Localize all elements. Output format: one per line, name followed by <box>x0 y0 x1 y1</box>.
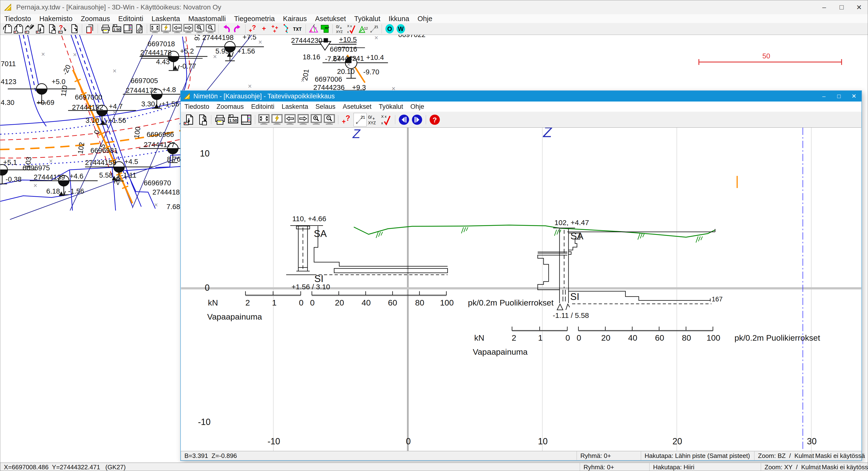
save-file-button[interactable] <box>183 113 196 126</box>
save-query-button[interactable]: ? <box>57 24 69 34</box>
open-hatch-icon <box>25 24 34 34</box>
view-prev-button[interactable] <box>271 113 283 126</box>
circle-o-button[interactable]: O <box>384 24 395 34</box>
section-status-method[interactable]: Hakutapa: Lähin piste (Samat pisteet) <box>641 451 754 460</box>
points-add-button[interactable]: +++ <box>270 24 281 34</box>
copy-doc-button[interactable] <box>84 24 95 34</box>
section-status-mask[interactable]: Maski ei käytössä <box>811 451 862 460</box>
map-label: +1.56 <box>108 117 126 124</box>
redo-button[interactable] <box>232 24 243 34</box>
view-prev-button[interactable] <box>160 24 172 34</box>
xyz-calc-button[interactable]: 0/+XYZ <box>367 113 380 126</box>
section-minimize-button[interactable]: – <box>816 91 831 101</box>
zoom-in-button[interactable] <box>310 113 323 126</box>
main-maximize-button[interactable]: □ <box>833 0 850 14</box>
save-file-button[interactable] <box>35 24 46 34</box>
map-label: +4.5 <box>124 158 138 165</box>
map-label: +10.5 <box>339 36 357 43</box>
point-add-button[interactable]: + <box>259 24 270 34</box>
zoom-out-button[interactable] <box>205 24 216 34</box>
view-forward-button[interactable] <box>183 24 194 34</box>
main-menubar: TiedostoHakemistoZoomausEditointiLaskent… <box>0 14 868 23</box>
main-status-method[interactable]: Hakutapa: Hiiri <box>649 463 761 471</box>
zoom-in-button[interactable] <box>194 24 205 34</box>
help-button[interactable]: ? <box>428 113 441 126</box>
main-minimize-button[interactable]: – <box>815 0 833 14</box>
main-menu-editointi[interactable]: Editointi <box>114 15 147 23</box>
view-all-button[interactable] <box>257 113 271 126</box>
check-points-button[interactable]: X xx <box>380 113 393 126</box>
section-status-group[interactable]: Ryhmä: 0+ <box>577 451 641 460</box>
point-query-button[interactable]: +? <box>340 113 353 126</box>
text-tool-icon: TXT <box>293 24 303 34</box>
section-maximize-button[interactable]: □ <box>831 91 846 101</box>
main-menu-ohje[interactable]: Ohje <box>413 15 436 23</box>
undo-button[interactable] <box>221 24 232 34</box>
section-menu-ohje[interactable]: Ohje <box>407 103 428 111</box>
view-back-button[interactable] <box>172 24 183 34</box>
section-close-button[interactable]: ✕ <box>846 91 862 101</box>
section-menu-zoomaus[interactable]: Zoomaus <box>213 103 248 111</box>
view-all-button[interactable] <box>149 24 160 34</box>
section-menu-työkalut[interactable]: Työkalut <box>375 103 407 111</box>
section-prev-button[interactable] <box>397 113 410 126</box>
main-status-mask[interactable]: Maski ei käytössä <box>818 463 868 471</box>
cross-section-plot[interactable]: 100-10-100102030110, +4.66SASI+1.56 / 3.… <box>181 127 861 451</box>
open-dir-button[interactable] <box>13 24 24 34</box>
scale-150-button[interactable]: 1:50 <box>111 24 122 34</box>
view-forward-button[interactable] <box>297 113 310 126</box>
zoom-out-icon <box>206 24 215 34</box>
main-menu-maastomalli[interactable]: Maastomalli <box>184 15 230 23</box>
survey-x-mark: × <box>374 35 378 41</box>
open-file-button[interactable] <box>2 24 13 34</box>
circle-w-button[interactable]: W <box>395 24 406 34</box>
main-menu-ikkuna[interactable]: Ikkuna <box>384 15 413 23</box>
section-menu-editointi[interactable]: Editointi <box>247 103 278 111</box>
section-menu-asetukset[interactable]: Asetukset <box>339 103 375 111</box>
section-next-button[interactable] <box>410 113 424 126</box>
save-as-button[interactable] <box>46 24 57 34</box>
line-21-button[interactable]: 21x <box>353 113 367 126</box>
main-menu-työkalut[interactable]: Työkalut <box>350 15 384 23</box>
main-menu-laskenta[interactable]: Laskenta <box>147 15 184 23</box>
scale-150-button[interactable]: 1:50 <box>226 113 240 126</box>
save-query-icon: ? <box>58 24 68 34</box>
circle-w-icon: W <box>396 24 406 34</box>
xyz-calc-button[interactable]: 0/+XYZ <box>335 24 346 34</box>
main-status-zoom[interactable]: Zoom: XY / Kulmat <box>761 463 818 471</box>
section-menu-selaus[interactable]: Selaus <box>312 103 339 111</box>
section-menu-tiedosto[interactable]: Tiedosto <box>181 103 213 111</box>
view-back-icon <box>172 24 182 34</box>
area-calc-button[interactable]: Aα <box>308 24 319 34</box>
print-button[interactable] <box>100 24 111 34</box>
main-menu-hakemisto[interactable]: Hakemisto <box>35 15 76 23</box>
export-file-button[interactable] <box>69 24 80 34</box>
area-m2-button[interactable]: m² <box>319 24 330 34</box>
text-tool-button[interactable]: TXT <box>292 24 303 34</box>
main-menu-kairaus[interactable]: Kairaus <box>279 15 311 23</box>
section-label: 60 <box>655 334 664 342</box>
save-as-button[interactable] <box>196 113 209 126</box>
main-status-group[interactable]: Ryhmä: 0+ <box>580 463 649 471</box>
section-next-icon <box>411 114 423 125</box>
section-menu-laskenta[interactable]: Laskenta <box>278 103 312 111</box>
line-21-button[interactable]: 21x <box>368 24 379 34</box>
page-setup-button[interactable] <box>240 113 253 126</box>
main-close-button[interactable]: ✕ <box>850 0 868 14</box>
section-status-zoom[interactable]: Zoom: BZ / Kulmat <box>754 451 811 460</box>
section-titlebar[interactable]: Nimetön - [Kairausohje] - Taiteviivapoik… <box>181 91 862 101</box>
print-button[interactable] <box>214 113 226 126</box>
main-menu-tiedosto[interactable]: Tiedosto <box>0 15 35 23</box>
point-query-button[interactable]: +? <box>248 24 259 34</box>
plot-hatch-button[interactable] <box>133 24 145 34</box>
main-menu-tiegeometria[interactable]: Tiegeometria <box>230 15 279 23</box>
triangle-12-button[interactable]: 12 <box>357 24 368 34</box>
polyline-button[interactable] <box>281 24 292 34</box>
view-back-button[interactable] <box>283 113 297 126</box>
zoom-out-button[interactable] <box>323 113 336 126</box>
open-hatch-button[interactable] <box>24 24 35 34</box>
page-setup-button[interactable] <box>122 24 133 34</box>
main-menu-asetukset[interactable]: Asetukset <box>311 15 350 23</box>
check-points-button[interactable]: X xx <box>346 24 357 34</box>
main-menu-zoomaus[interactable]: Zoomaus <box>76 15 114 23</box>
